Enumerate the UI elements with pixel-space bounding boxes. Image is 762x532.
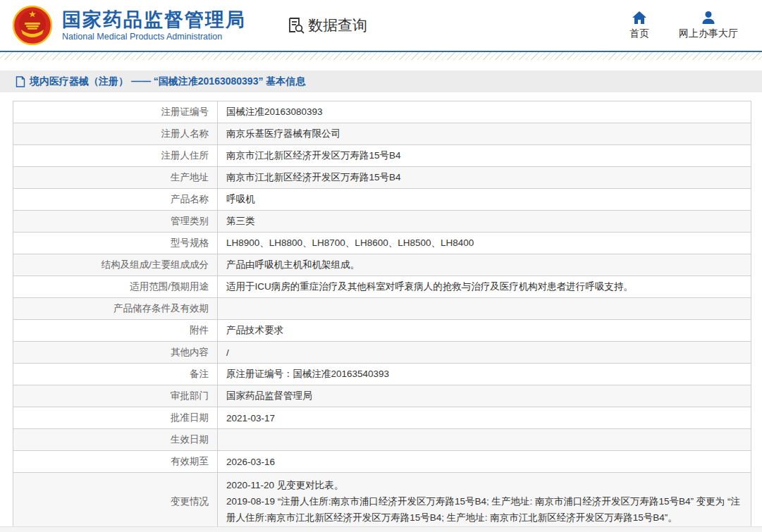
table-row: 型号规格LH8900、LH8800、LH8700、LH8600、LH8500、L… — [13, 233, 751, 254]
row-label: 结构及组成/主要组成成分 — [13, 254, 218, 276]
row-label-text: 管理类别 — [171, 216, 209, 226]
row-label: 产品储存条件及有效期 — [13, 298, 218, 320]
row-value: 南京市江北新区经济开发区万寿路15号B4 — [218, 145, 751, 167]
row-value: 2021-03-17 — [218, 407, 751, 429]
row-label-text: 型号规格 — [171, 237, 209, 248]
table-row: 其他内容/ — [13, 342, 751, 364]
nav-home-label: 首页 — [629, 27, 649, 40]
row-label-text: 附件 — [190, 325, 209, 335]
row-label-text: 注册证编号 — [161, 106, 209, 117]
row-label-text: 注册人名称 — [161, 128, 209, 139]
row-label-text: 变更情况 — [171, 496, 209, 507]
row-value: 第三类 — [218, 211, 751, 233]
nav-service-hall-label: 网上办事大厅 — [679, 27, 738, 40]
row-label: 管理类别 — [13, 211, 218, 233]
user-icon — [701, 11, 716, 25]
row-value — [218, 298, 751, 320]
row-value: 产品技术要求 — [218, 320, 751, 342]
row-label: 附件 — [13, 320, 218, 342]
table-row: 产品名称呼吸机 — [13, 189, 751, 211]
brand-block: 国家药品监督管理局 National Medical Products Admi… — [62, 9, 246, 42]
row-value: 国家药品监督管理局 — [218, 385, 751, 407]
row-label: 型号规格 — [13, 233, 218, 254]
row-label: 备注 — [13, 364, 218, 385]
breadcrumb: 境内医疗器械（注册） —— “国械注准20163080393” 基本信息 — [0, 70, 762, 92]
row-value: 产品由呼吸机主机和机架组成。 — [218, 254, 751, 276]
info-table-body: 注册证编号国械注准20163080393注册人名称南京乐基医疗器械有限公司注册人… — [13, 101, 751, 532]
row-label-text: 注册人住所 — [161, 150, 209, 161]
row-label: 有效期至 — [13, 451, 218, 473]
row-value: 南京乐基医疗器械有限公司 — [218, 123, 751, 145]
table-row: 注册人住所南京市江北新区经济开发区万寿路15号B4 — [13, 145, 751, 167]
row-value: LH8900、LH8800、LH8700、LH8600、LH8500、LH840… — [218, 233, 751, 254]
row-value: 2020-11-20 见变更对比表。2019-08-19 “注册人住所:南京市浦… — [218, 473, 751, 531]
row-label-text: 生产地址 — [171, 172, 209, 183]
row-value-line: 2019-08-19 “注册人住所:南京市浦口经济开发区万寿路15号B4; 生产… — [226, 493, 746, 526]
table-row: 审批部门国家药品监督管理局 — [13, 385, 751, 407]
national-emblem-logo — [13, 6, 52, 45]
row-label: 审批部门 — [13, 385, 218, 407]
row-label-text: 批准日期 — [171, 412, 209, 423]
row-label: 生效日期 — [13, 429, 218, 451]
table-row: 产品储存条件及有效期 — [13, 298, 751, 320]
row-label: 注册证编号 — [13, 101, 218, 123]
header-nav: 首页 网上办事大厅 — [629, 11, 738, 40]
table-row: 适用范围/预期用途适用于ICU病房的重症治疗及其他科室对呼衰病人的抢救与治疗及医… — [13, 276, 751, 298]
row-label: 注册人名称 — [13, 123, 218, 145]
table-row: 管理类别第三类 — [13, 211, 751, 233]
home-icon — [632, 11, 647, 25]
footer-strip — [0, 526, 762, 532]
page-title: 境内医疗器械（注册） —— “国械注准20163080393” 基本信息 — [30, 75, 305, 88]
data-query-label: 数据查询 — [308, 16, 367, 35]
table-row: 注册人名称南京乐基医疗器械有限公司 — [13, 123, 751, 145]
row-value: 适用于ICU病房的重症治疗及其他科室对呼衰病人的抢救与治疗及医疗机构对患者进行呼… — [218, 276, 751, 298]
registration-info-table: 注册证编号国械注准20163080393注册人名称南京乐基医疗器械有限公司注册人… — [13, 101, 751, 532]
row-label-text: 生效日期 — [171, 434, 209, 445]
row-label: 适用范围/预期用途 — [13, 276, 218, 298]
brand-title: 国家药品监督管理局 — [62, 9, 246, 30]
row-value: 2026-03-16 — [218, 451, 751, 473]
row-label-text: 产品储存条件及有效期 — [113, 303, 209, 314]
row-label-text: 有效期至 — [171, 456, 209, 466]
row-label: 其他内容 — [13, 342, 218, 364]
row-value: 南京市江北新区经济开发区万寿路15号B4 — [218, 167, 751, 189]
table-row: 结构及组成/主要组成成分产品由呼吸机主机和机架组成。 — [13, 254, 751, 276]
row-value — [218, 429, 751, 451]
nav-home[interactable]: 首页 — [629, 11, 649, 40]
row-value: 国械注准20163080393 — [218, 101, 751, 123]
document-search-icon — [287, 16, 305, 35]
document-icon — [16, 76, 25, 87]
nav-service-hall[interactable]: 网上办事大厅 — [679, 11, 738, 40]
row-label-text: 审批部门 — [171, 390, 209, 401]
table-row: 有效期至2026-03-16 — [13, 451, 751, 473]
data-query-tab[interactable]: 数据查询 — [287, 16, 367, 35]
row-label-text: 备注 — [190, 369, 209, 379]
row-label: 产品名称 — [13, 189, 218, 211]
row-label: 批准日期 — [13, 407, 218, 429]
row-label-text: 结构及组成/主要组成成分 — [102, 259, 209, 270]
row-value-line: 2020-11-20 见变更对比表。 — [226, 477, 746, 493]
hatch-strip — [0, 52, 762, 60]
table-row: 变更情况2020-11-20 见变更对比表。2019-08-19 “注册人住所:… — [13, 473, 751, 531]
row-label: 注册人住所 — [13, 145, 218, 167]
row-value: 呼吸机 — [218, 189, 751, 211]
row-label-text: 产品名称 — [171, 194, 209, 204]
row-label: 生产地址 — [13, 167, 218, 189]
row-label-text: 其他内容 — [171, 347, 209, 357]
table-row: 注册证编号国械注准20163080393 — [13, 101, 751, 123]
row-value: / — [218, 342, 751, 364]
site-header: 国家药品监督管理局 National Medical Products Admi… — [0, 0, 762, 51]
row-value: 原注册证编号：国械注准20163540393 — [218, 364, 751, 385]
table-row: 生产地址南京市江北新区经济开发区万寿路15号B4 — [13, 167, 751, 189]
row-label-text: 适用范围/预期用途 — [130, 281, 209, 292]
brand-subtitle: National Medical Products Administration — [62, 32, 246, 42]
row-label: 变更情况 — [13, 473, 218, 531]
table-row: 批准日期2021-03-17 — [13, 407, 751, 429]
table-row: 备注原注册证编号：国械注准20163540393 — [13, 364, 751, 385]
table-row: 附件产品技术要求 — [13, 320, 751, 342]
table-row: 生效日期 — [13, 429, 751, 451]
